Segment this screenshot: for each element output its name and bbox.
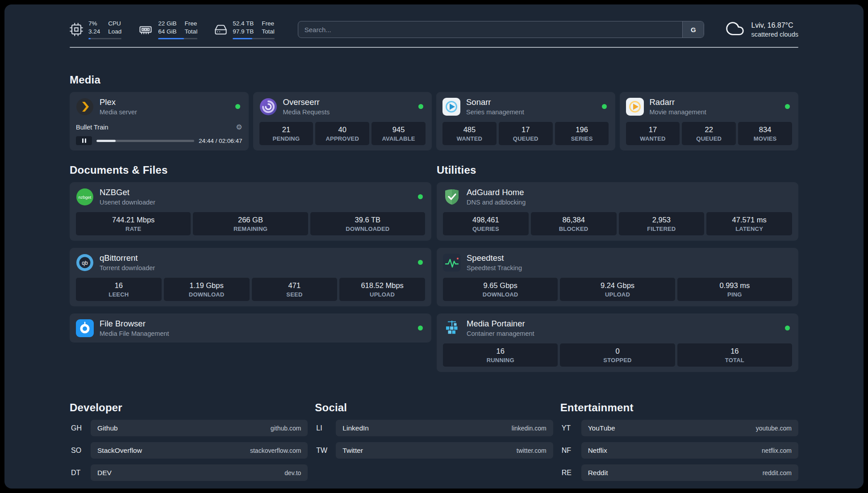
service-stats: 16 LEECH 1.19 Gbps DOWNLOAD 471 SEED 6 [76, 278, 425, 301]
disk-total-label: Total [262, 28, 275, 36]
stat-ping: 0.993 ms PING [677, 278, 792, 301]
stat-seed: 471 SEED [252, 278, 338, 301]
bookmark-link[interactable]: Twitter twitter.com [336, 442, 553, 459]
service-card-adguard[interactable]: AdGuard Home DNS and adblocking 498,461 … [437, 182, 798, 241]
gear-icon[interactable]: ⚙ [236, 124, 242, 131]
service-name: Media Portainer [467, 319, 534, 329]
search-bar: G [298, 21, 705, 38]
stat-wanted: 485 WANTED [442, 122, 497, 145]
bookmark-link[interactable]: StackOverflow stackoverflow.com [91, 442, 308, 459]
bookmark-linkedin: LI LinkedIn linkedin.com [315, 420, 553, 436]
sonarr-icon [442, 98, 460, 116]
section-developer: Developer GH Github github.com SO StackO… [70, 401, 308, 487]
status-dot [418, 194, 423, 199]
service-card-sonarr[interactable]: Sonarr Series management 485 WANTED 17 Q… [436, 92, 615, 150]
service-subtitle: Movie management [650, 109, 706, 116]
service-stats: 21 PENDING 40 APPROVED 945 AVAILABLE [259, 122, 426, 145]
pause-button[interactable] [76, 136, 92, 145]
stat-total: 16 TOTAL [677, 343, 792, 367]
bookmark-abbr: YT [560, 424, 576, 432]
stat-approved: 40 APPROVED [315, 122, 369, 145]
stat-upload: 9.24 Gbps UPLOAD [560, 278, 675, 301]
nzbget-icon: nzbget [76, 188, 94, 206]
service-card-overseerr[interactable]: Overseerr Media Requests 21 PENDING 40 A… [253, 92, 432, 150]
service-card-plex[interactable]: Plex Media server Bullet Train ⚙ [70, 92, 249, 150]
bookmark-abbr: SO [70, 447, 85, 455]
topbar: 7% 3.24 CPU Load [70, 4, 798, 39]
topbar-divider [70, 47, 798, 48]
service-header: AdGuard Home DNS and adblocking [443, 188, 792, 206]
service-stats: 16 RUNNING 0 STOPPED 16 TOTAL [443, 343, 792, 367]
bookmark-abbr: LI [315, 424, 330, 432]
stat-wanted: 17 WANTED [626, 122, 680, 145]
service-card-qbittorrent[interactable]: qb qBittorrent Torrent downloader 16 LEE… [70, 248, 431, 306]
bookmark-dev: DT DEV dev.to [70, 464, 308, 481]
stat-download: 1.19 Gbps DOWNLOAD [164, 278, 250, 301]
bookmark-link[interactable]: LinkedIn linkedin.com [336, 420, 553, 436]
section-title-media: Media [70, 74, 798, 86]
status-dot [785, 104, 790, 109]
section-media: Media Plex Media server Bullet Train [70, 74, 798, 150]
section-entertainment: Entertainment YT YouTube youtube.com NF … [560, 401, 798, 487]
disk-usage-bar [233, 38, 275, 39]
stat-leech: 16 LEECH [76, 278, 162, 301]
service-card-speedtest[interactable]: Speedtest Speedtest Tracking 9.65 Gbps D… [437, 248, 798, 306]
bookmark-abbr: NF [560, 447, 576, 455]
overseerr-icon [259, 98, 277, 116]
service-card-nzbget[interactable]: nzbget NZBGet Usenet downloader 744.21 M… [70, 182, 431, 241]
service-subtitle: Speedtest Tracking [467, 264, 522, 272]
svg-text:qb: qb [82, 259, 88, 266]
service-header: Overseerr Media Requests [259, 97, 426, 116]
bookmark-link[interactable]: Github github.com [91, 420, 308, 436]
bookmark-stackoverflow: SO StackOverflow stackoverflow.com [70, 442, 308, 459]
disk-total-value: 97.9 TB [233, 28, 254, 36]
bookmark-reddit: RE Reddit reddit.com [560, 464, 798, 481]
service-header: Speedtest Speedtest Tracking [443, 253, 792, 272]
bookmark-github: GH Github github.com [70, 420, 308, 436]
weather-widget: Lviv, 16.87°C scattered clouds [725, 20, 798, 39]
bookmark-link[interactable]: YouTube youtube.com [581, 420, 798, 436]
memory-total-label: Total [185, 28, 198, 36]
stat-stopped: 0 STOPPED [560, 343, 675, 367]
status-dot [418, 104, 423, 109]
service-subtitle: Series management [466, 109, 524, 116]
playback-progress-bar[interactable] [96, 140, 194, 142]
section-title-developer: Developer [70, 401, 308, 414]
service-name: NZBGet [100, 188, 155, 197]
search-input[interactable] [298, 21, 683, 38]
bookmark-twitter: TW Twitter twitter.com [315, 442, 553, 459]
service-card-filebrowser[interactable]: File Browser Media File Management [70, 313, 431, 343]
service-subtitle: Usenet downloader [100, 199, 155, 206]
service-header: Radarr Movie management [626, 97, 793, 116]
service-card-portainer[interactable]: Media Portainer Container management 16 … [437, 313, 798, 372]
plex-icon [76, 98, 94, 116]
stat-downloaded: 39.6 TB DOWNLOADED [310, 212, 425, 235]
memory-icon [138, 23, 153, 36]
service-header: nzbget NZBGet Usenet downloader [76, 188, 425, 206]
service-stats: 744.21 Mbps RATE 266 GB REMAINING 39.6 T… [76, 212, 425, 235]
stat-rate: 744.21 Mbps RATE [76, 212, 191, 235]
bookmark-abbr: GH [70, 424, 85, 432]
service-name: qBittorrent [100, 253, 155, 263]
stat-remaining: 266 GB REMAINING [193, 212, 308, 235]
service-stats: 17 WANTED 22 QUEUED 834 MOVIES [626, 122, 793, 145]
plex-now-playing: Bullet Train ⚙ 24:44 / 02:06:47 [76, 124, 242, 145]
cloud-icon [725, 20, 745, 39]
playback-time: 24:44 / 02:06:47 [199, 138, 242, 144]
service-stats: 9.65 Gbps DOWNLOAD 9.24 Gbps UPLOAD 0.99… [443, 278, 792, 301]
service-card-radarr[interactable]: Radarr Movie management 17 WANTED 22 QUE… [620, 92, 799, 150]
bookmark-link[interactable]: Netflix netflix.com [581, 442, 798, 459]
search-provider-button[interactable]: G [682, 21, 704, 38]
speedtest-icon [443, 254, 461, 272]
bookmark-link[interactable]: Reddit reddit.com [581, 464, 798, 481]
status-dot [418, 326, 423, 330]
bookmark-netflix: NF Netflix netflix.com [560, 442, 798, 459]
service-subtitle: DNS and adblocking [467, 199, 526, 206]
bookmark-abbr: TW [315, 447, 330, 455]
stat-queued: 22 QUEUED [682, 122, 736, 145]
service-subtitle: Container management [467, 330, 534, 337]
memory-usage-bar [158, 38, 197, 39]
service-name: Plex [100, 97, 137, 107]
service-name: Radarr [650, 97, 706, 107]
bookmark-link[interactable]: DEV dev.to [91, 464, 308, 481]
